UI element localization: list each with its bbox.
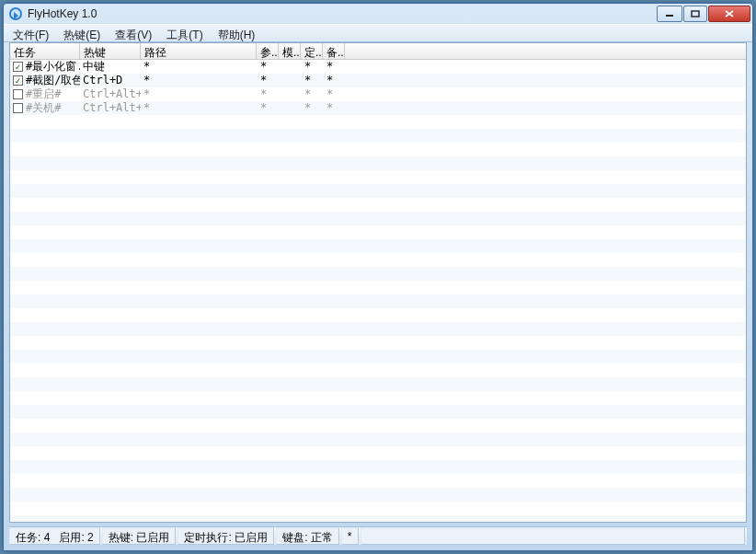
enable-checkbox[interactable] <box>13 89 23 99</box>
task-name: #关机# <box>26 101 80 115</box>
cell-remark: * <box>323 87 345 101</box>
cell-mode <box>279 101 301 115</box>
status-hotkey-label: 热键: <box>109 531 133 544</box>
window-title: FlyHotKey 1.0 <box>28 7 657 20</box>
cell-arg: * <box>257 101 279 115</box>
cell-path: * <box>141 60 257 74</box>
status-tasks: 任务: 4 启用: 2 <box>9 527 100 545</box>
menu-help[interactable]: 帮助(H) <box>211 25 263 41</box>
menu-view[interactable]: 查看(V) <box>108 25 159 41</box>
cell-timer: * <box>301 101 323 115</box>
col-arg[interactable]: 参.. <box>257 43 279 59</box>
minimize-button[interactable] <box>657 6 682 22</box>
col-path[interactable]: 路径 <box>141 43 257 59</box>
status-tasks-count: 4 <box>44 531 51 544</box>
menu-tools[interactable]: 工具(T) <box>159 25 210 41</box>
cell-hotkey: Ctrl+Alt+Home <box>80 87 141 101</box>
status-timer-state: 已启用 <box>235 531 268 544</box>
svg-rect-0 <box>666 15 673 17</box>
close-icon <box>724 9 735 18</box>
list-body[interactable]: #最小化窗..中键****#截图/取色#Ctrl+D****#重启#Ctrl+A… <box>10 60 746 522</box>
cell-task: #最小化窗.. <box>10 60 80 74</box>
cell-timer: * <box>301 74 323 87</box>
status-tasks-label: 任务: <box>16 531 40 544</box>
column-header: 任务 热键 路径 参.. 模.. 定.. 备.. <box>10 43 746 60</box>
status-hotkey: 热键: 已启用 <box>102 527 177 545</box>
col-timer[interactable]: 定.. <box>301 43 323 59</box>
cell-task: #重启# <box>10 87 80 101</box>
app-icon <box>9 7 22 20</box>
cell-task: #截图/取色# <box>10 74 80 87</box>
status-extra: * <box>341 527 359 545</box>
col-hotkey[interactable]: 热键 <box>80 43 141 59</box>
cell-timer: * <box>301 87 323 101</box>
menubar: 文件(F) 热键(E) 查看(V) 工具(T) 帮助(H) <box>4 24 752 42</box>
enable-checkbox[interactable] <box>13 103 23 113</box>
cell-path: * <box>141 101 257 115</box>
cell-arg: * <box>257 60 279 74</box>
minimize-icon <box>665 10 674 17</box>
cell-hotkey: 中键 <box>80 60 141 74</box>
status-keyboard-label: 键盘: <box>282 531 307 544</box>
menu-hotkey[interactable]: 热键(E) <box>56 25 108 41</box>
table-row[interactable]: #关机#Ctrl+Alt+End**** <box>10 101 746 115</box>
table-row[interactable]: #重启#Ctrl+Alt+Home**** <box>10 87 746 101</box>
col-remark[interactable]: 备.. <box>323 43 345 59</box>
task-name: #截图/取色# <box>26 74 80 87</box>
cell-mode <box>279 60 301 74</box>
col-filler <box>345 43 746 59</box>
task-name: #重启# <box>26 87 80 101</box>
status-keyboard: 键盘: 正常 <box>276 527 339 545</box>
table-row[interactable]: #截图/取色#Ctrl+D**** <box>10 74 746 87</box>
cell-remark: * <box>323 74 345 87</box>
enable-checkbox[interactable] <box>13 62 23 72</box>
col-task[interactable]: 任务 <box>10 43 80 59</box>
titlebar[interactable]: FlyHotKey 1.0 <box>4 4 752 24</box>
svg-rect-1 <box>692 11 699 17</box>
status-extra-text: * <box>348 530 352 543</box>
table-row[interactable]: #最小化窗..中键**** <box>10 60 746 74</box>
close-button[interactable] <box>708 6 750 22</box>
statusbar: 任务: 4 启用: 2 热键: 已启用 定时执行: 已启用 键盘: 正常 * <box>9 526 747 545</box>
status-timer-label: 定时执行: <box>184 531 231 544</box>
cell-arg: * <box>257 87 279 101</box>
cell-path: * <box>141 87 257 101</box>
status-filler <box>361 527 746 545</box>
maximize-button[interactable] <box>683 6 707 22</box>
col-mode[interactable]: 模.. <box>279 43 301 59</box>
status-timer: 定时执行: 已启用 <box>178 527 274 545</box>
cell-remark: * <box>323 101 345 115</box>
status-hotkey-state: 已启用 <box>136 531 169 544</box>
cell-mode <box>279 87 301 101</box>
cell-hotkey: Ctrl+D <box>80 74 141 87</box>
cell-mode <box>279 74 301 87</box>
cell-timer: * <box>301 60 323 74</box>
enable-checkbox[interactable] <box>13 75 23 86</box>
listview: 任务 热键 路径 参.. 模.. 定.. 备.. #最小化窗..中键****#截… <box>9 42 747 523</box>
cell-hotkey: Ctrl+Alt+End <box>80 101 141 115</box>
menu-file[interactable]: 文件(F) <box>6 25 56 41</box>
status-enabled-label: 启用: <box>59 531 84 544</box>
cell-path: * <box>141 74 257 87</box>
cell-remark: * <box>323 60 345 74</box>
status-enabled-count: 2 <box>87 531 94 544</box>
task-name: #最小化窗.. <box>26 60 80 74</box>
cell-task: #关机# <box>10 101 80 115</box>
maximize-icon <box>691 10 700 17</box>
app-window: FlyHotKey 1.0 文件(F) 热键(E) 查看(V) 工具(T) 帮助… <box>3 3 753 551</box>
cell-arg: * <box>257 74 279 87</box>
status-keyboard-state: 正常 <box>311 531 333 544</box>
window-controls <box>657 6 750 22</box>
